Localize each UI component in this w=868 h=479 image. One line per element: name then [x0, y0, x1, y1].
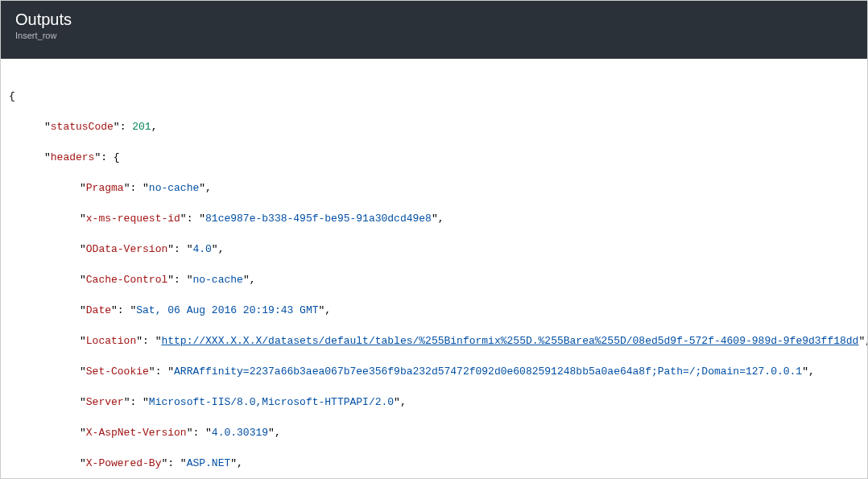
json-key: x-ms-request-id: [86, 213, 180, 225]
json-value: Microsoft-IIS/8.0,Microsoft-HTTPAPI/2.0: [149, 396, 394, 408]
json-key: Server: [86, 396, 124, 408]
json-key: statusCode: [51, 121, 114, 133]
json-value: 4.0.30319: [212, 427, 268, 439]
json-key: Date: [86, 304, 111, 316]
json-output: { "statusCode": 201, "headers": { "Pragm…: [1, 59, 867, 479]
json-key: Set-Cookie: [86, 365, 149, 378]
json-value: no-cache: [149, 182, 199, 194]
json-value: 201: [132, 121, 151, 133]
json-value: 81ce987e-b338-495f-be95-91a30dcd49e8: [205, 213, 432, 225]
json-value: ARRAffinity=2237a66b3aea067b7ee356f9ba23…: [174, 365, 802, 378]
json-key: Location: [86, 335, 136, 347]
json-key: X-Powered-By: [86, 457, 162, 469]
panel-subtitle: Insert_row: [15, 30, 853, 41]
json-key: X-AspNet-Version: [86, 427, 187, 439]
json-value: Sat, 06 Aug 2016 20:19:43 GMT: [136, 304, 318, 316]
json-key: Cache-Control: [86, 274, 167, 286]
json-key: headers: [51, 151, 95, 163]
json-link[interactable]: http://XXX.X.X.X/datasets/default/tables…: [161, 335, 858, 347]
json-value: ASP.NET: [187, 457, 231, 469]
json-key: OData-Version: [86, 243, 167, 255]
panel-header: Outputs Insert_row: [1, 1, 867, 59]
panel-title: Outputs: [15, 9, 853, 30]
json-value: 4.0: [192, 243, 211, 255]
json-key: Pragma: [86, 182, 124, 194]
json-value: no-cache: [192, 274, 242, 286]
